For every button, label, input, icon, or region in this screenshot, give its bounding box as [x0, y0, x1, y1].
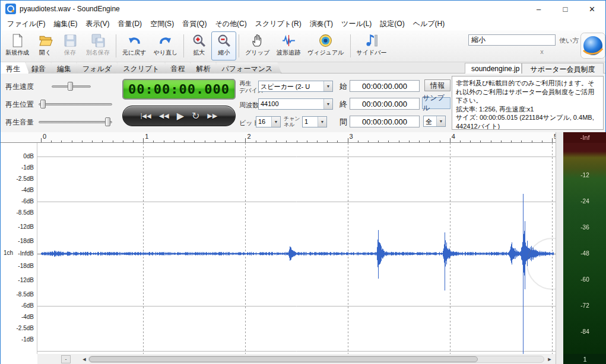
menu-item[interactable]: 空間(S)	[146, 17, 178, 31]
play-position-slider-thumb[interactable]	[40, 100, 46, 108]
ruler-tick	[72, 141, 72, 142]
play-volume-slider[interactable]	[39, 121, 112, 123]
scroll-right-arrow[interactable]: ►	[545, 355, 554, 363]
menu-item[interactable]: 編集(E)	[49, 17, 81, 31]
vertical-zoom-strip[interactable]	[556, 132, 563, 364]
menu-item[interactable]: ヘルプ(H)	[409, 17, 449, 31]
ruler-tick	[235, 141, 236, 142]
tab-soundengine-jp[interactable]: soundengine.jp	[465, 63, 522, 74]
db-label: -8.5dB	[2, 209, 34, 216]
loop-button[interactable]: ↻	[192, 111, 199, 121]
tab[interactable]: 解析	[191, 62, 220, 74]
scrollbar-thumb[interactable]	[89, 356, 478, 362]
db-label: -4dB	[2, 314, 34, 320]
play-speed-slider-thumb[interactable]	[68, 82, 73, 91]
zoom-out-icon	[217, 33, 231, 48]
db-label: -2.5dB	[2, 325, 34, 331]
channel-select[interactable]: 1 ▼	[302, 116, 327, 127]
save-button[interactable]: 保存	[58, 31, 83, 60]
ruler-tick	[429, 141, 430, 142]
zoom-minus-button[interactable]: -	[61, 355, 71, 363]
soundengine-globe-icon[interactable]	[580, 33, 605, 59]
toolbar-button-label: 保存	[64, 49, 76, 57]
menu-item[interactable]: 設定(O)	[376, 17, 408, 31]
undo-button[interactable]: 元に戻す	[119, 31, 150, 60]
save-as-button[interactable]: 別名保存	[83, 31, 113, 60]
menu-item[interactable]: 演奏(T)	[306, 17, 337, 31]
play-volume-slider-thumb[interactable]	[105, 117, 110, 126]
rewind-button[interactable]: ◀◀	[159, 113, 169, 119]
menu-item[interactable]: スクリプト(R)	[251, 17, 306, 31]
end-time-input[interactable]	[350, 98, 420, 110]
ruler-tick	[266, 141, 266, 142]
minimize-button[interactable]: –	[525, 1, 552, 17]
horizontal-scrollbar[interactable]: - ◄ ►	[37, 354, 556, 364]
search-clear-button[interactable]: x	[538, 48, 546, 55]
toolbar-button-label: ヴィジュアル	[307, 49, 344, 57]
ruler-tick	[419, 141, 420, 142]
menu-item[interactable]: その他(C)	[211, 17, 250, 31]
tab[interactable]: 再生	[1, 62, 29, 74]
visual-button[interactable]: ヴィジュアル	[304, 31, 347, 60]
ruler-tick	[307, 141, 307, 142]
redo-button[interactable]: やり直し	[150, 31, 181, 60]
new-file-button[interactable]: 新規作成	[2, 31, 33, 60]
scrollbar-track[interactable]	[88, 356, 544, 363]
span-time-input[interactable]	[350, 116, 420, 127]
bit-select[interactable]: 16 ▼	[256, 116, 281, 127]
tab[interactable]: 編集	[52, 62, 80, 74]
ruler-tick	[61, 141, 62, 142]
ruler-tick	[327, 141, 328, 142]
menu-item[interactable]: 表示(V)	[81, 17, 113, 31]
skip-start-button[interactable]: |◀◀	[141, 113, 151, 119]
play-position-slider[interactable]	[39, 103, 112, 106]
maximize-button[interactable]: □	[552, 1, 579, 17]
tab-bar: 再生録音編集フォルダスクリプト音程解析パフォーマンス	[1, 62, 278, 74]
range-select[interactable]: 全 ▼	[423, 116, 446, 127]
frequency-select[interactable]: 44100 ▼	[258, 98, 333, 110]
tab-supporter-membership[interactable]: サポーター会員制度	[522, 63, 604, 74]
help-search-input[interactable]	[468, 34, 556, 46]
transport-bar: |◀◀◀◀▶↻▶▶	[122, 106, 236, 126]
sidebar-button[interactable]: サイドバー	[353, 31, 391, 60]
ruler-tick	[532, 141, 532, 142]
ruler-tick	[276, 141, 277, 142]
forward-button[interactable]: ▶▶	[207, 113, 217, 119]
time-ruler[interactable]: 012345	[1, 132, 556, 143]
info-size-text: サイズ: 00:00:05.015 (221184サンプル, 0.4MB, 44…	[456, 113, 599, 130]
menu-item[interactable]: 音量(D)	[113, 17, 146, 31]
usage-label[interactable]: 使い方	[559, 36, 579, 45]
tab[interactable]: パフォーマンス	[217, 62, 282, 74]
db-label: -6dB	[2, 198, 34, 205]
menu-item[interactable]: ツール(L)	[337, 17, 376, 31]
info-button[interactable]: 情報	[424, 79, 450, 91]
toolbar-button-label: 波形追跡	[277, 49, 300, 57]
sample-button[interactable]: サンプル	[422, 97, 450, 109]
start-time-input[interactable]	[350, 80, 420, 92]
menu-item[interactable]: 音質(Q)	[178, 17, 211, 31]
play-button[interactable]: ▶	[177, 111, 184, 121]
grip-button[interactable]: グリップ	[242, 31, 273, 60]
close-button[interactable]: ✕	[579, 1, 605, 17]
zoom-out-button[interactable]: 縮小	[211, 31, 236, 60]
waveform-canvas[interactable]	[37, 143, 556, 354]
app-icon	[5, 4, 16, 14]
ruler-tick	[225, 141, 226, 142]
scroll-left-arrow[interactable]: ◄	[80, 355, 88, 363]
tab[interactable]: 音程	[166, 62, 194, 74]
wave-tracking-button[interactable]: 波形追跡	[273, 31, 304, 60]
tab[interactable]: フォルダ	[77, 62, 120, 74]
playback-device-select[interactable]: スピーカー (2- U ▼	[258, 81, 333, 92]
ruler-tick-label: 0	[43, 133, 46, 140]
db-label: -12dB	[2, 223, 34, 230]
ruler-tick	[348, 138, 348, 142]
ruler-tick-label: 1	[145, 133, 148, 140]
play-speed-slider[interactable]	[52, 85, 91, 88]
tab[interactable]: スクリプト	[118, 62, 168, 74]
ruler-tick	[215, 141, 215, 142]
menu-item[interactable]: ファイル(F)	[3, 17, 49, 31]
play-position-label: 再生位置	[5, 100, 34, 110]
open-button[interactable]: 開く	[33, 31, 58, 60]
zoom-in-button[interactable]: 拡大	[186, 31, 211, 60]
tab[interactable]: 録音	[26, 62, 55, 74]
